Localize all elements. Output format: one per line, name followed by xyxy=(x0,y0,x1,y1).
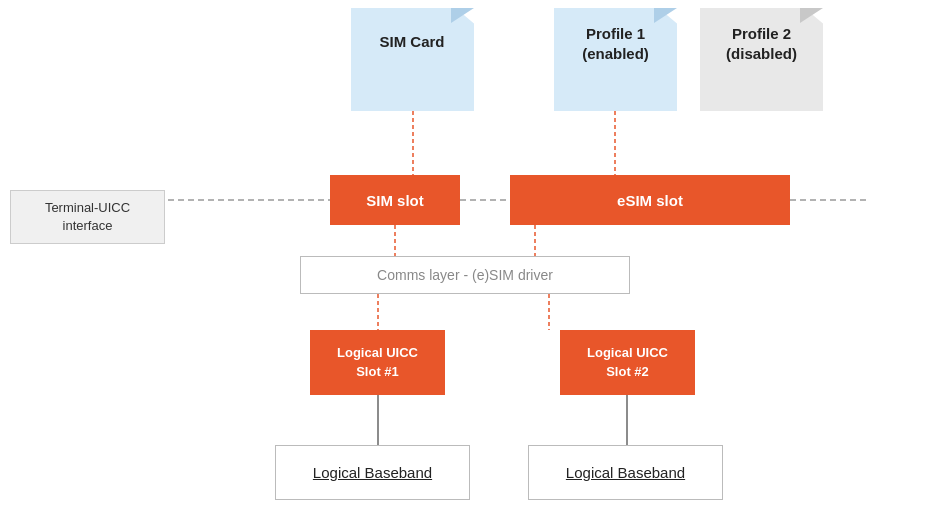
logical-uicc-slot2-label: Logical UICCSlot #2 xyxy=(587,344,668,380)
sim-slot-label: SIM slot xyxy=(366,192,424,209)
diagram: SIM Card Profile 1(enabled) Profile 2(di… xyxy=(0,0,935,519)
terminal-uicc-label: Terminal-UICC interface xyxy=(10,190,165,244)
esim-slot-box: eSIM slot xyxy=(510,175,790,225)
logical-uicc-slot2-box: Logical UICCSlot #2 xyxy=(560,330,695,395)
logical-baseband1-box: Logical Baseband xyxy=(275,445,470,500)
sim-slot-box: SIM slot xyxy=(330,175,460,225)
logical-baseband2-label: Logical Baseband xyxy=(566,464,685,481)
comms-layer-box: Comms layer - (e)SIM driver xyxy=(300,256,630,294)
comms-layer-label: Comms layer - (e)SIM driver xyxy=(377,267,553,283)
profile1-corner xyxy=(654,8,677,23)
esim-slot-label: eSIM slot xyxy=(617,192,683,209)
logical-baseband2-box: Logical Baseband xyxy=(528,445,723,500)
profile1-label: Profile 1(enabled) xyxy=(558,24,673,63)
terminal-uicc-text: Terminal-UICC interface xyxy=(45,200,130,233)
logical-uicc-slot1-label: Logical UICCSlot #1 xyxy=(337,344,418,380)
profile2-corner xyxy=(800,8,823,23)
sim-card-box xyxy=(351,8,474,111)
sim-card-label: SIM Card xyxy=(357,32,467,52)
logical-uicc-slot1-box: Logical UICCSlot #1 xyxy=(310,330,445,395)
logical-baseband1-label: Logical Baseband xyxy=(313,464,432,481)
sim-card-corner xyxy=(451,8,474,23)
profile2-label: Profile 2(disabled) xyxy=(704,24,819,63)
